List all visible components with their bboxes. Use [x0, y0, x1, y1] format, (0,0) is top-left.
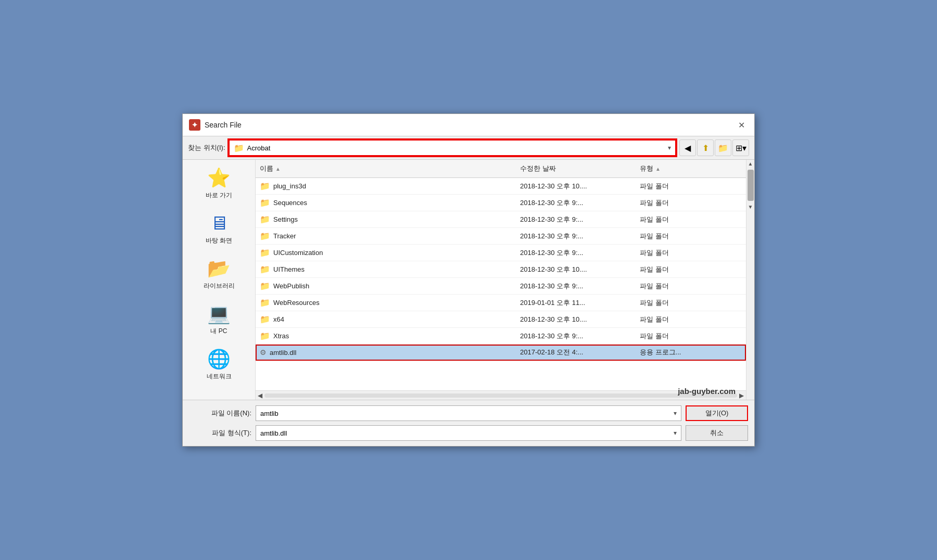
file-name-cell: 📁WebPublish — [256, 280, 516, 292]
file-date: 2018-12-30 오후 10.... — [516, 264, 636, 275]
file-date: 2018-12-30 오후 9:... — [516, 247, 636, 259]
scroll-thumb[interactable] — [748, 170, 754, 201]
new-folder-button[interactable]: 📁 — [715, 139, 731, 156]
folder-icon: 📁 — [260, 231, 270, 241]
file-date: 2017-02-18 오전 4:... — [516, 347, 636, 358]
folder-icon: 📁 — [260, 198, 270, 208]
sidebar-item-desktop[interactable]: 🖥 바탕 화면 — [183, 210, 255, 247]
forward-button[interactable]: ⬆ — [697, 139, 714, 156]
dialog-title: Search File — [205, 121, 730, 129]
filename-value: amtlib — [260, 410, 674, 417]
search-file-dialog: ✦ Search File ✕ 찾는 위치(I): 📁 Acrobat ▾ ◀ … — [182, 113, 755, 447]
file-type: 파일 폴더 — [636, 314, 746, 325]
sidebar-item-network[interactable]: 🌐 네트워크 — [183, 346, 255, 383]
sidebar-item-desktop-label: 바탕 화면 — [206, 236, 232, 245]
filename-label: 파일 이름(N): — [189, 409, 251, 418]
file-type: 파일 폴더 — [636, 330, 746, 342]
column-type-label: 유형 — [640, 164, 653, 173]
file-name-cell: 📁Xtras — [256, 330, 516, 342]
folder-icon: 📁 — [260, 314, 270, 324]
file-type: 파일 폴더 — [636, 197, 746, 209]
folder-icon: 📁 — [260, 248, 270, 258]
scroll-left-icon[interactable]: ◀ — [258, 392, 262, 399]
close-button[interactable]: ✕ — [735, 118, 748, 132]
vertical-scrollbar[interactable]: ▲ ▼ — [746, 160, 754, 400]
sidebar-item-network-label: 네트워크 — [207, 372, 232, 381]
open-button[interactable]: 열기(O) — [686, 405, 748, 421]
filetype-combo-arrow: ▾ — [674, 429, 677, 437]
pc-icon: 💻 — [207, 303, 231, 325]
filename-combo[interactable]: amtlib ▾ — [256, 405, 681, 421]
filetype-combo[interactable]: amtlib.dll ▾ — [256, 425, 681, 441]
folder-icon: 📁 — [260, 181, 270, 191]
column-name-header[interactable]: 이름 ▲ — [256, 162, 516, 175]
horizontal-scrollbar[interactable]: ◀ ▶ — [256, 390, 746, 400]
file-name: Settings — [273, 215, 298, 223]
file-name: x64 — [273, 315, 284, 323]
table-row[interactable]: 📁UICustomization2018-12-30 오후 9:...파일 폴더 — [256, 245, 746, 261]
table-row[interactable]: 📁Sequences2018-12-30 오후 9:...파일 폴더 — [256, 195, 746, 211]
file-type: 응용 프로그... — [636, 347, 746, 358]
location-value: Acrobat — [247, 144, 665, 152]
file-type: 파일 폴더 — [636, 181, 746, 192]
file-type: 파일 폴더 — [636, 264, 746, 275]
file-name: WebPublish — [273, 282, 309, 290]
folder-icon: 📁 — [234, 143, 244, 153]
table-row[interactable]: 📁x642018-12-30 오후 10....파일 폴더 — [256, 311, 746, 328]
table-row[interactable]: 📁WebPublish2018-12-30 오후 9:...파일 폴더 — [256, 278, 746, 295]
filetype-label: 파일 형식(T): — [189, 428, 251, 438]
column-type-header[interactable]: 유형 ▲ — [636, 162, 746, 175]
filetype-row: 파일 형식(T): amtlib.dll ▾ 취소 — [189, 425, 748, 441]
column-date-header[interactable]: 수정한 날짜 — [516, 162, 636, 175]
library-icon: 📂 — [207, 258, 231, 279]
file-date: 2018-12-30 오후 9:... — [516, 197, 636, 209]
sidebar-item-mypc[interactable]: 💻 내 PC — [183, 301, 255, 338]
table-row[interactable]: 📁plug_ins3d2018-12-30 오후 10....파일 폴더 — [256, 178, 746, 195]
sidebar: ⭐ 바로 가기 🖥 바탕 화면 📂 라이브러리 💻 내 PC 🌐 네트워크 — [183, 160, 256, 400]
cancel-button[interactable]: 취소 — [686, 425, 748, 441]
sidebar-item-library[interactable]: 📂 라이브러리 — [183, 256, 255, 292]
column-date-label: 수정한 날짜 — [520, 164, 556, 173]
content-area: ⭐ 바로 가기 🖥 바탕 화면 📂 라이브러리 💻 내 PC 🌐 네트워크 — [183, 160, 754, 400]
file-name-cell: ⚙amtlib.dll — [256, 347, 516, 358]
chevron-down-icon: ▾ — [668, 144, 671, 151]
sidebar-item-favorites[interactable]: ⭐ 바로 가기 — [183, 165, 255, 202]
table-row[interactable]: 📁UIThemes2018-12-30 오후 10....파일 폴더 — [256, 261, 746, 278]
table-row[interactable]: 📁Xtras2018-12-30 오후 9:...파일 폴더 — [256, 328, 746, 345]
file-name: WebResources — [273, 299, 320, 307]
file-type: 파일 폴더 — [636, 297, 746, 309]
bottom-form: 파일 이름(N): amtlib ▾ 열기(O) 파일 형식(T): amtli… — [183, 400, 754, 446]
network-icon: 🌐 — [207, 348, 231, 370]
file-name: Xtras — [273, 332, 289, 340]
sidebar-item-mypc-label: 내 PC — [210, 327, 227, 336]
table-row[interactable]: 📁Settings2018-12-30 오후 9:...파일 폴더 — [256, 211, 746, 228]
back-button[interactable]: ◀ — [679, 139, 696, 156]
sidebar-item-favorites-label: 바로 가기 — [206, 191, 232, 200]
file-name: UICustomization — [273, 249, 323, 257]
file-list-area: 이름 ▲ 수정한 날짜 유형 ▲ 📁plug_ins3d2018-12-30 오… — [256, 160, 746, 400]
file-name-cell: 📁x64 — [256, 313, 516, 325]
scroll-right-icon[interactable]: ▶ — [739, 392, 744, 399]
file-name: amtlib.dll — [270, 349, 296, 357]
file-type: 파일 폴더 — [636, 214, 746, 225]
file-type: 파일 폴더 — [636, 231, 746, 242]
file-date: 2018-12-30 오후 10.... — [516, 181, 636, 192]
scroll-down-icon[interactable]: ▼ — [746, 203, 755, 211]
filename-combo-arrow: ▾ — [674, 410, 677, 417]
scroll-track[interactable] — [264, 393, 737, 398]
file-date: 2018-12-30 오후 9:... — [516, 231, 636, 242]
file-name-cell: 📁Sequences — [256, 197, 516, 209]
file-date: 2018-12-30 오후 10.... — [516, 314, 636, 325]
folder-icon: 📁 — [260, 264, 270, 274]
views-button[interactable]: ⊞▾ — [732, 139, 749, 156]
location-dropdown[interactable]: 📁 Acrobat ▾ — [229, 139, 677, 156]
file-name: plug_ins3d — [273, 182, 306, 190]
scroll-up-icon[interactable]: ▲ — [746, 160, 755, 168]
folder-icon: 📁 — [260, 281, 270, 291]
file-list: 📁plug_ins3d2018-12-30 오후 10....파일 폴더📁Seq… — [256, 178, 746, 390]
file-name: Tracker — [273, 232, 296, 240]
file-name-cell: 📁WebResources — [256, 297, 516, 309]
table-row[interactable]: 📁WebResources2019-01-01 오후 11...파일 폴더 — [256, 295, 746, 311]
table-row[interactable]: 📁Tracker2018-12-30 오후 9:...파일 폴더 — [256, 228, 746, 245]
table-row[interactable]: ⚙amtlib.dll2017-02-18 오전 4:...응용 프로그... — [256, 345, 746, 361]
